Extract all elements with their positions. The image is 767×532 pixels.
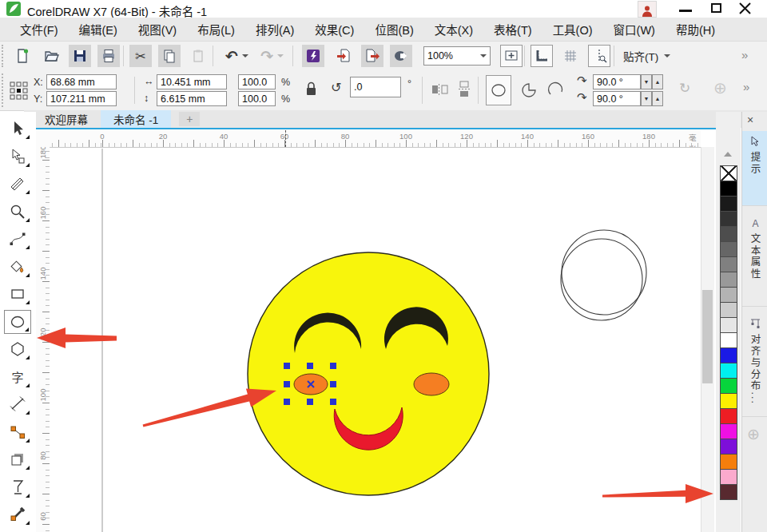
fullscreen-preview-button[interactable]: [500, 45, 523, 67]
start-angle-up-button[interactable]: ▲: [652, 74, 663, 89]
copy-button[interactable]: [158, 45, 181, 67]
end-angle-input[interactable]: 90.0 °: [593, 91, 641, 106]
zoom-tool[interactable]: [4, 200, 31, 224]
propbar-overflow-button[interactable]: »: [743, 80, 749, 93]
rotation-angle-input[interactable]: .0: [350, 77, 401, 97]
snap-to-dropdown[interactable]: 贴齐(T): [623, 48, 670, 64]
scrollbar-thumb[interactable]: [702, 290, 713, 383]
swatch-green[interactable]: [720, 378, 737, 394]
ruler-origin-corner[interactable]: [36, 130, 50, 147]
tab-untitled-1[interactable]: 未命名 -1: [101, 110, 171, 128]
connector-tool[interactable]: [4, 420, 31, 444]
transparency-tool[interactable]: [4, 475, 31, 499]
account-icon[interactable]: [638, 1, 657, 18]
arc-mode-button[interactable]: [545, 79, 567, 101]
app-launcher-button[interactable]: [302, 45, 324, 67]
menu-arrange[interactable]: 排列(A): [245, 17, 304, 42]
menu-edit[interactable]: 编辑(E): [69, 17, 128, 42]
drawing-canvas[interactable]: [50, 147, 701, 532]
swatch-black[interactable]: [720, 181, 737, 197]
pie-mode-button[interactable]: [518, 79, 540, 101]
swatch-30-black[interactable]: [720, 287, 737, 303]
swatch-10-black[interactable]: [720, 317, 737, 333]
swatch-white[interactable]: [720, 332, 737, 348]
object-width-input[interactable]: 10.451 mm: [157, 74, 227, 89]
close-button[interactable]: [738, 2, 752, 15]
redo-dropdown[interactable]: [275, 45, 286, 67]
swatch-40-black[interactable]: [720, 272, 737, 288]
start-angle-down-button[interactable]: ▼: [641, 74, 652, 89]
change-direction-button[interactable]: ↻: [679, 80, 690, 97]
start-angle-input[interactable]: 90.0 °: [593, 74, 641, 89]
swatch-70-black[interactable]: [720, 226, 737, 242]
show-rulers-button[interactable]: [531, 45, 553, 67]
menu-help[interactable]: 帮助(H): [666, 17, 725, 42]
end-angle-up-button[interactable]: ▲: [652, 91, 663, 106]
add-docker-button[interactable]: ⊕: [747, 425, 760, 443]
print-button[interactable]: [97, 45, 120, 67]
menu-file[interactable]: 文件(F): [10, 17, 69, 42]
crop-tool[interactable]: [4, 172, 31, 196]
swatch-blue[interactable]: [720, 347, 737, 363]
menu-window[interactable]: 窗口(W): [603, 17, 666, 42]
smart-fill-tool[interactable]: [4, 255, 31, 279]
text-tool[interactable]: 字: [4, 365, 31, 389]
swatch-brown[interactable]: [720, 484, 737, 500]
ellipse-mode-button[interactable]: [486, 75, 511, 105]
swatch-cyan[interactable]: [720, 363, 737, 379]
end-angle-down-button[interactable]: ▼: [641, 91, 652, 106]
open-button[interactable]: [40, 45, 62, 67]
color-eyedropper-tool[interactable]: [4, 502, 31, 526]
swatch-90-black[interactable]: [720, 196, 737, 212]
save-button[interactable]: [69, 45, 91, 67]
import-button[interactable]: [332, 45, 355, 67]
vertical-ruler[interactable]: 180 160 140 120 100 80 60: [36, 147, 50, 532]
swatch-80-black[interactable]: [720, 211, 737, 227]
pick-tool[interactable]: [4, 117, 31, 141]
tab-welcome-screen[interactable]: 欢迎屏幕: [32, 110, 101, 128]
palette-scroll-up-button[interactable]: [719, 149, 737, 160]
dimension-tool[interactable]: [4, 392, 31, 416]
swatch-pink[interactable]: [720, 469, 737, 485]
swatch-60-black[interactable]: [720, 241, 737, 257]
menu-layout[interactable]: 布局(L): [187, 17, 245, 42]
minimize-button[interactable]: [679, 10, 692, 12]
convert-to-curves-button[interactable]: ⊕: [713, 78, 727, 97]
swatch-red[interactable]: [720, 408, 737, 424]
cut-button[interactable]: ✂: [129, 45, 152, 67]
polygon-tool[interactable]: [4, 337, 31, 361]
scale-y-input[interactable]: 100.0: [238, 91, 276, 106]
docker-close-button[interactable]: ×: [747, 113, 753, 126]
swatch-orange[interactable]: [720, 454, 737, 470]
show-guidelines-button[interactable]: [588, 45, 610, 67]
swatch-purple[interactable]: [720, 439, 737, 455]
rectangle-tool[interactable]: [4, 282, 31, 306]
swatch-no-fill[interactable]: [720, 165, 737, 181]
mirror-horizontal-button[interactable]: [431, 81, 449, 98]
y-position-input[interactable]: 107.211 mm: [46, 91, 117, 106]
drop-shadow-tool[interactable]: [4, 447, 31, 471]
undo-dropdown[interactable]: [240, 45, 251, 67]
publish-pdf-button[interactable]: [390, 45, 412, 67]
docker-tab-align-distribute[interactable]: 对齐与分布...: [742, 313, 767, 417]
menu-tools[interactable]: 工具(O): [542, 17, 603, 42]
swatch-20-black[interactable]: [720, 302, 737, 318]
menu-view[interactable]: 视图(V): [128, 17, 187, 42]
x-position-input[interactable]: 68.68 mm: [46, 74, 117, 89]
swatch-magenta[interactable]: [720, 423, 737, 439]
freehand-tool[interactable]: [4, 227, 31, 251]
docker-tab-text-properties[interactable]: A 文本属性: [742, 212, 767, 307]
lock-ratio-button[interactable]: [305, 81, 317, 97]
shape-tool[interactable]: [4, 145, 31, 169]
object-height-input[interactable]: 6.615 mm: [157, 91, 227, 106]
paste-button[interactable]: [187, 45, 209, 67]
new-document-button[interactable]: [11, 45, 34, 67]
toolbar-grip[interactable]: [2, 45, 6, 67]
docker-tab-hints[interactable]: 提示: [742, 131, 767, 206]
menu-bitmaps[interactable]: 位图(B): [364, 17, 423, 42]
new-tab-button[interactable]: +: [179, 112, 200, 126]
ellipse-tool[interactable]: [4, 310, 31, 334]
show-grid-button[interactable]: [559, 45, 582, 67]
horizontal-ruler[interactable]: 0 20 40 60 80 100 120 140 160 180 毫米: [50, 130, 701, 148]
menu-table[interactable]: 表格(T): [483, 17, 542, 42]
